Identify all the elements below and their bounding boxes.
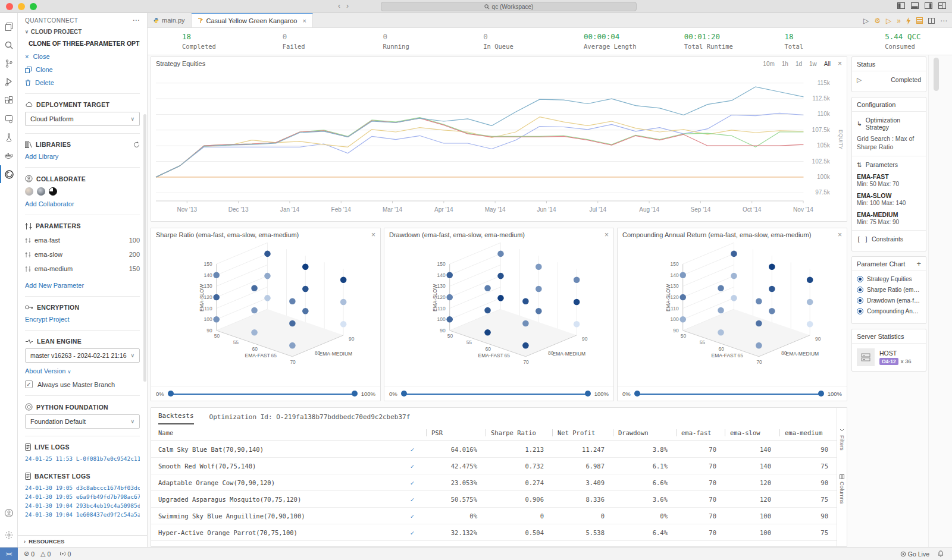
slider-track[interactable] [634,390,824,397]
more-actions-icon[interactable]: ⋯ [940,17,947,25]
scatter-slider[interactable]: 0%100% [618,386,847,401]
window-controls[interactable] [6,3,37,10]
optimize-settings-icon[interactable]: ⚙ [874,17,881,25]
close-window-button[interactable] [6,3,13,10]
docker-icon[interactable] [0,147,18,165]
explorer-icon[interactable] [0,18,18,36]
radio-button-icon[interactable] [857,297,863,304]
scatter-slider[interactable]: 0%100% [384,386,613,401]
add-new-parameter-link[interactable]: Add New Parameter [25,282,84,289]
scatter-point[interactable] [731,251,737,257]
range-button-all[interactable]: All [824,61,831,67]
parameter-row[interactable]: ema-fast100 [25,233,140,247]
source-control-icon[interactable] [0,55,18,73]
close-panel-icon[interactable]: × [605,231,609,239]
scatter-point[interactable] [679,294,686,301]
backtests-tab[interactable]: Backtests [158,412,194,424]
scatter-point[interactable] [497,251,504,257]
tab-main-py[interactable]: main.py [148,13,192,27]
add-library-link[interactable]: Add Library [25,153,58,160]
scatter-point[interactable] [536,308,542,314]
layout-options-icon[interactable] [938,2,946,9]
scatter-point[interactable] [807,321,813,328]
parameter-chart-option[interactable]: Compounding Annual ... [857,308,921,314]
col-header-psr[interactable]: PSR [426,429,486,436]
slider-handle-min[interactable] [168,391,174,397]
quantconnect-icon[interactable] [0,165,18,183]
scatter-point[interactable] [679,272,686,278]
filters-toggle[interactable]: Filters [839,428,845,451]
scatter-point[interactable] [289,320,296,327]
scatter-point[interactable] [264,273,271,279]
slider-handle-max[interactable] [585,391,591,397]
scatter-point[interactable] [484,329,491,336]
history-back-icon[interactable]: ‹ [338,2,340,10]
clone-project-button[interactable]: Clone [25,66,140,73]
split-editor-icon[interactable] [928,18,935,24]
scatter-point[interactable] [522,320,529,327]
scatter-point[interactable] [718,329,724,336]
table-row[interactable]: Calm Sky Blue Bat(70,90,140)✓64.016%1.21… [151,441,837,458]
scatter-point[interactable] [522,342,529,349]
backtest-log-link[interactable]: 24-01-30 19:05 d3c8abccc1674bf03dc784... [25,483,140,492]
encrypt-project-link[interactable]: Encrypt Project [25,316,70,323]
range-button-10m[interactable]: 10m [763,61,774,67]
problems-errors[interactable]: ⊘0 [24,550,35,558]
checkbox-checked-icon[interactable]: ✓ [25,380,33,388]
parameter-chart-option[interactable]: Sharpe Ratio (ema-fast... [857,287,921,293]
range-button-1h[interactable]: 1h [782,61,788,67]
parameter-row[interactable]: ema-slow200 [25,247,140,262]
scatter-point[interactable] [718,307,724,314]
backtest-log-link[interactable]: 24-01-30 19:05 e6a9fb49fd7b798ac6784f... [25,492,140,501]
table-row[interactable]: Hyper-Active Orange Parrot(70,75,100)✓32… [151,524,837,541]
scatter-point[interactable] [213,272,220,278]
scatter-point[interactable] [289,298,296,304]
scatter-point[interactable] [769,286,775,292]
about-version-link[interactable]: About Version ∨ [25,367,71,375]
table-row[interactable]: Swimming Sky Blue Anguilline(70,90,100)✓… [151,508,837,524]
scatter-point[interactable] [769,308,775,314]
radio-button-icon[interactable] [857,276,863,282]
scatter-point[interactable] [807,276,813,283]
table-row[interactable]: Adaptable Orange Cow(70,90,120)✓23.053%0… [151,474,837,491]
scatter-point[interactable] [807,299,813,306]
scatter-point[interactable] [574,321,580,328]
scatter-point[interactable] [679,316,686,323]
toggle-secondary-sidebar-icon[interactable] [925,2,932,9]
search-icon[interactable] [0,36,18,54]
scatter-plot[interactable]: 901001101201301401505055606570EMA-FAST80… [151,241,380,386]
avatar[interactable] [49,187,57,196]
scatter-point[interactable] [731,295,737,301]
radio-button-icon[interactable] [857,287,863,293]
col-header-ema-fast[interactable]: ema-fast [676,429,725,436]
scatter-point[interactable] [497,273,504,279]
go-live-button[interactable]: Go Live [900,550,929,558]
remote-indicator[interactable]: >< [0,548,18,560]
play-icon[interactable]: ▷ [886,17,891,25]
columns-toggle[interactable]: Columns [839,474,845,504]
table-row[interactable]: Upgraded Asparagus Mosquito(70,75,120)✓5… [151,491,837,508]
close-tab-icon[interactable]: × [302,17,306,24]
scatter-plot[interactable]: 901001101201301401505055606570EMA-FAST80… [384,241,613,386]
close-project-button[interactable]: ×Close [25,53,140,60]
live-log-link[interactable]: 24-01-25 11:53 L-0f081b7e0c9542c11ad5... [25,454,140,463]
scatter-point[interactable] [340,276,347,283]
scatter-point[interactable] [213,316,220,323]
add-chart-icon[interactable]: + [916,259,921,268]
python-foundation-select[interactable]: Foundation Default∨ [25,414,140,429]
scatter-point[interactable] [446,294,453,301]
scatter-point[interactable] [213,294,220,301]
avatar[interactable] [37,187,45,196]
problems-warnings[interactable]: △0 [40,550,51,558]
slider-handle-min[interactable] [634,391,640,397]
scatter-point[interactable] [497,295,504,301]
table-row[interactable]: Smooth Red Wolf(70,75,140)✓42.475%0.7326… [151,458,837,474]
deployment-target-select[interactable]: Cloud Platform∨ [25,112,140,126]
scatter-point[interactable] [718,285,724,291]
backtest-log-link[interactable]: 24-01-30 19:04 1e608437ed9f2c54a5ab9d... [25,510,140,519]
col-header-ema-medium[interactable]: ema-medium [779,429,837,436]
scatter-point[interactable] [251,307,258,314]
settings-gear-icon[interactable] [0,526,18,544]
scatter-point[interactable] [756,320,762,327]
remote-explorer-icon[interactable] [0,110,18,128]
